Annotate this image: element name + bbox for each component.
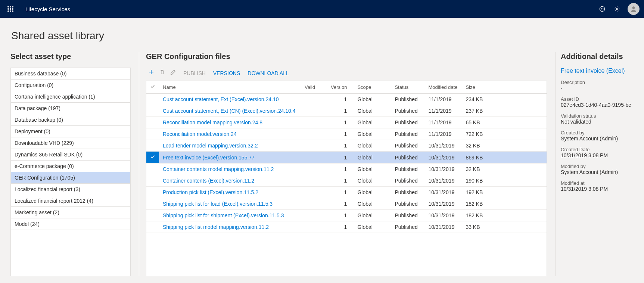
table-row[interactable]: Free text invoice (Excel).version.155.77… bbox=[146, 152, 547, 164]
details-asset-title[interactable]: Free text invoice (Excel) bbox=[561, 68, 634, 74]
col-status[interactable]: Status bbox=[391, 81, 424, 94]
table-row[interactable]: Cust account statement, Ext (Excel).vers… bbox=[146, 94, 547, 105]
label-created-by: Created by bbox=[561, 130, 634, 136]
cell-name[interactable]: Shipping pick list model mapping.version… bbox=[159, 221, 301, 233]
col-select[interactable] bbox=[146, 81, 159, 94]
asset-type-item[interactable]: Business database (0) bbox=[11, 68, 130, 80]
asset-type-item[interactable]: Dynamics 365 Retail SDK (0) bbox=[11, 149, 130, 161]
asset-type-item[interactable]: Model (24) bbox=[11, 218, 130, 230]
row-checkbox[interactable] bbox=[146, 221, 159, 233]
cell-name[interactable]: Shipping pick list for load (Excel).vers… bbox=[159, 198, 301, 210]
row-checkbox[interactable] bbox=[146, 128, 159, 140]
asset-type-item[interactable]: Configuration (0) bbox=[11, 80, 130, 91]
cell-name[interactable]: Reconciliation model.version.24 bbox=[159, 128, 301, 140]
cell-modified: 11/1/2019 bbox=[424, 128, 462, 140]
asset-type-item[interactable]: Data package (197) bbox=[11, 103, 130, 114]
download-all-button[interactable]: DOWNLOAD ALL bbox=[248, 70, 289, 76]
add-button[interactable] bbox=[148, 69, 154, 77]
label-modified-by: Modified by bbox=[561, 164, 634, 169]
publish-button[interactable]: PUBLISH bbox=[183, 70, 206, 76]
app-launcher-button[interactable] bbox=[4, 3, 16, 15]
table-row[interactable]: Load tender model mapping.version.32.21G… bbox=[146, 140, 547, 152]
row-checkbox[interactable] bbox=[146, 164, 159, 175]
asset-type-item[interactable]: Localized financial report 2012 (4) bbox=[11, 195, 130, 207]
cell-version: 1 bbox=[327, 164, 354, 175]
asset-type-item[interactable]: GER Configuration (1705) bbox=[11, 172, 130, 184]
cell-scope: Global bbox=[354, 94, 391, 105]
brand-title[interactable]: Lifecycle Services bbox=[25, 6, 70, 12]
asset-type-item[interactable]: Marketing asset (2) bbox=[11, 207, 130, 218]
row-checkbox[interactable] bbox=[146, 198, 159, 210]
row-checkbox[interactable] bbox=[146, 105, 159, 117]
asset-type-item[interactable]: Database backup (0) bbox=[11, 114, 130, 126]
table-row[interactable]: Container contents (Excel).version.11.21… bbox=[146, 175, 547, 187]
delete-button[interactable] bbox=[159, 69, 165, 77]
files-grid: Name Valid Version Scope Status Modified… bbox=[146, 81, 547, 233]
horizontal-scrollbar[interactable] bbox=[10, 276, 634, 283]
asset-type-item[interactable]: Deployment (0) bbox=[11, 126, 130, 137]
cell-version: 1 bbox=[327, 128, 354, 140]
row-checkbox[interactable] bbox=[146, 152, 159, 164]
cell-status: Published bbox=[391, 117, 424, 128]
cell-valid bbox=[301, 221, 327, 233]
col-size[interactable]: Size bbox=[462, 81, 547, 94]
cell-name[interactable]: Shipping pick list for shipment (Excel).… bbox=[159, 210, 301, 221]
cell-modified: 10/31/2019 bbox=[424, 164, 462, 175]
row-checkbox[interactable] bbox=[146, 117, 159, 128]
col-version[interactable]: Version bbox=[327, 81, 354, 94]
cell-status: Published bbox=[391, 152, 424, 164]
table-row[interactable]: Cust account statement, Ext (CN) (Excel)… bbox=[146, 105, 547, 117]
table-row[interactable]: Shipping pick list for shipment (Excel).… bbox=[146, 210, 547, 221]
row-checkbox[interactable] bbox=[146, 140, 159, 152]
svg-point-11 bbox=[603, 8, 603, 9]
cell-status: Published bbox=[391, 210, 424, 221]
table-row[interactable]: Reconciliation model mapping.version.24.… bbox=[146, 117, 547, 128]
settings-button[interactable] bbox=[610, 0, 625, 18]
cell-name[interactable]: Cust account statement, Ext (Excel).vers… bbox=[159, 94, 301, 105]
cell-modified: 11/1/2019 bbox=[424, 105, 462, 117]
row-checkbox[interactable] bbox=[146, 175, 159, 187]
value-modified-at: 10/31/2019 3:08 PM bbox=[561, 186, 634, 192]
cell-name[interactable]: Container contents (Excel).version.11.2 bbox=[159, 175, 301, 187]
col-scope[interactable]: Scope bbox=[354, 81, 391, 94]
cell-name[interactable]: Container contents model mapping.version… bbox=[159, 164, 301, 175]
table-row[interactable]: Shipping pick list for load (Excel).vers… bbox=[146, 198, 547, 210]
value-created-by: System Account (Admin) bbox=[561, 136, 634, 142]
col-valid[interactable]: Valid bbox=[301, 81, 327, 94]
asset-type-list[interactable]: Business database (0)Configuration (0)Co… bbox=[10, 68, 131, 276]
pencil-icon bbox=[170, 69, 176, 75]
cell-scope: Global bbox=[354, 128, 391, 140]
cell-name[interactable]: Reconciliation model mapping.version.24.… bbox=[159, 117, 301, 128]
table-row[interactable]: Production pick list (Excel).version.11.… bbox=[146, 187, 547, 198]
plus-icon bbox=[148, 69, 154, 75]
asset-type-item[interactable]: Localized financial report (3) bbox=[11, 184, 130, 195]
table-row[interactable]: Reconciliation model.version.241GlobalPu… bbox=[146, 128, 547, 140]
cell-status: Published bbox=[391, 187, 424, 198]
files-grid-scroll[interactable]: Name Valid Version Scope Status Modified… bbox=[146, 81, 547, 276]
col-modified[interactable]: Modified date bbox=[424, 81, 462, 94]
asset-type-item[interactable]: Cortana intelligence application (1) bbox=[11, 91, 130, 103]
table-row[interactable]: Shipping pick list model mapping.version… bbox=[146, 221, 547, 233]
svg-point-9 bbox=[600, 6, 605, 12]
svg-point-1 bbox=[10, 6, 11, 7]
cell-name[interactable]: Load tender model mapping.version.32.2 bbox=[159, 140, 301, 152]
row-checkbox[interactable] bbox=[146, 210, 159, 221]
cell-valid bbox=[301, 94, 327, 105]
versions-button[interactable]: VERSIONS bbox=[213, 70, 240, 76]
person-icon bbox=[630, 5, 637, 13]
edit-button[interactable] bbox=[170, 69, 176, 77]
asset-type-item[interactable]: e-Commerce package (0) bbox=[11, 161, 130, 172]
cell-name[interactable]: Free text invoice (Excel).version.155.77 bbox=[159, 152, 301, 164]
cell-name[interactable]: Cust account statement, Ext (CN) (Excel)… bbox=[159, 105, 301, 117]
row-checkbox[interactable] bbox=[146, 187, 159, 198]
user-avatar[interactable] bbox=[628, 3, 640, 15]
row-checkbox[interactable] bbox=[146, 94, 159, 105]
asset-type-item[interactable]: Downloadable VHD (229) bbox=[11, 137, 130, 149]
table-row[interactable]: Container contents model mapping.version… bbox=[146, 164, 547, 175]
col-name[interactable]: Name bbox=[159, 81, 301, 94]
cell-status: Published bbox=[391, 221, 424, 233]
cell-version: 1 bbox=[327, 140, 354, 152]
feedback-button[interactable] bbox=[595, 0, 610, 18]
cell-name[interactable]: Production pick list (Excel).version.11.… bbox=[159, 187, 301, 198]
cell-modified: 11/1/2019 bbox=[424, 117, 462, 128]
